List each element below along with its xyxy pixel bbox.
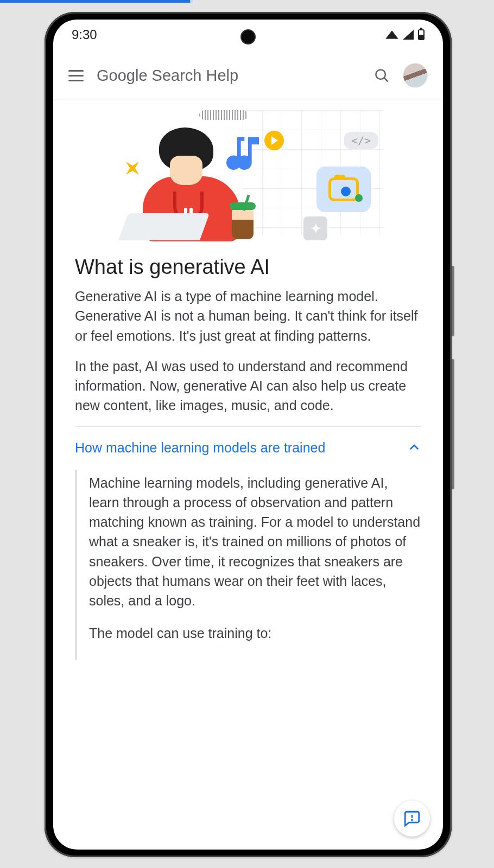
sparkle-icon [119,155,145,181]
menu-button[interactable] [68,70,84,81]
svg-line-1 [384,78,388,82]
battery-icon [418,29,425,40]
accordion-paragraph: Machine learning models, including gener… [89,473,421,611]
search-icon [373,67,390,84]
feedback-button[interactable] [394,801,430,837]
signal-icon [403,30,414,40]
accordion-title: How machine learning models are trained [75,440,325,456]
app-header: Google Search Help [53,50,443,99]
screen: 9:30 Google Search Help </> [53,20,443,850]
sparkle-chip-icon [303,216,327,240]
camera-icon [316,167,371,212]
account-avatar[interactable] [403,63,428,88]
accordion-header[interactable]: How machine learning models are trained [75,436,421,465]
code-chip-icon: </> [344,132,378,149]
article-title: What is generative AI [75,256,421,279]
audio-chip-icon [199,110,248,120]
divider [75,426,421,427]
device-frame: 9:30 Google Search Help </> [45,12,452,857]
chevron-up-icon [407,440,421,456]
camera-cutout [240,29,256,44]
device-side-button [452,266,454,336]
device-side-button [452,359,454,489]
boba-icon [232,209,254,239]
hero-illustration: </> [123,110,373,246]
article-paragraph: Generative AI is a type of machine learn… [75,286,421,346]
wifi-icon [385,30,398,39]
accordion-body: Machine learning models, including gener… [75,470,421,660]
status-time: 9:30 [72,27,97,42]
page-loading-bar [0,0,190,3]
music-note-icon [226,132,270,177]
app-title: Google Search Help [97,67,360,85]
article-paragraph: In the past, AI was used to understand a… [75,356,421,416]
svg-point-0 [376,69,385,79]
accordion-paragraph: The model can use training to: [89,623,421,643]
article-content[interactable]: </> What is generative AI Generative AI … [53,99,443,850]
feedback-icon [403,809,421,828]
search-button[interactable] [373,67,390,84]
svg-point-3 [411,820,412,820]
